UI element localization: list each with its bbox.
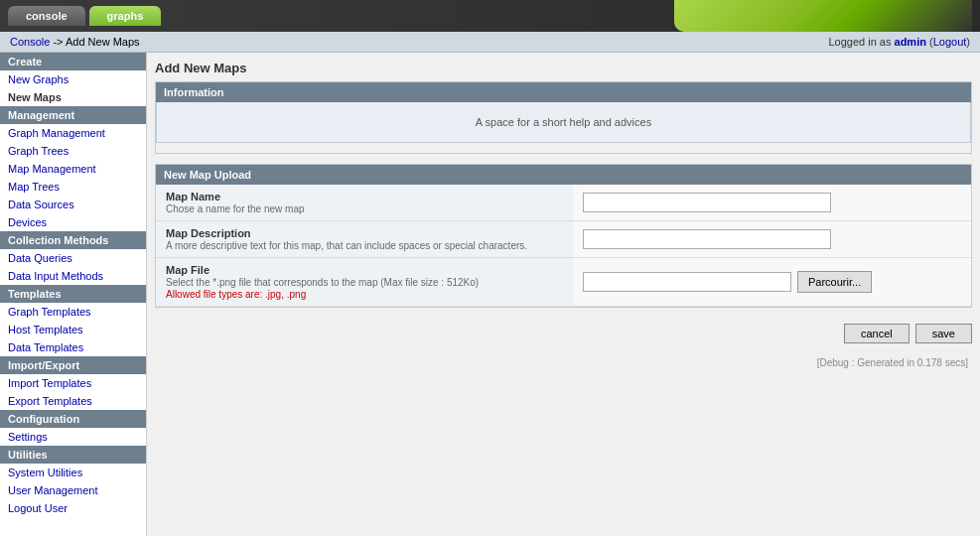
map-name-input-cell <box>573 185 971 221</box>
map-description-label: Map Description <box>166 227 563 239</box>
map-name-desc: Chose a name for the new map <box>166 203 305 214</box>
header-decoration <box>674 0 972 32</box>
sidebar-item-host-templates[interactable]: Host Templates <box>0 321 146 338</box>
header: console graphs <box>0 0 980 32</box>
breadcrumb-separator: -> <box>53 36 63 48</box>
collection-methods-section-header: Collection Methods <box>0 231 146 249</box>
logout-link[interactable]: Logout <box>933 36 967 48</box>
management-section-header: Management <box>0 106 146 124</box>
map-description-row: Map Description A more descriptive text … <box>156 221 971 258</box>
map-name-label: Map Name <box>166 191 563 202</box>
login-info: Logged in as admin (Logout) <box>828 36 970 48</box>
map-name-input[interactable] <box>583 193 831 212</box>
breadcrumb-bar: Console -> Add New Maps Logged in as adm… <box>0 32 980 53</box>
main-content: Add New Maps Information A space for a s… <box>147 53 980 536</box>
map-description-label-cell: Map Description A more descriptive text … <box>156 221 573 258</box>
sidebar-item-map-management[interactable]: Map Management <box>0 160 146 178</box>
sidebar: Create New Graphs New Maps Management Gr… <box>0 53 147 536</box>
page-title: Add New Maps <box>155 61 972 75</box>
map-name-row: Map Name Chose a name for the new map <box>156 185 971 221</box>
map-file-row: Map File Select the *.png file that corr… <box>156 258 971 307</box>
utilities-section-header: Utilities <box>0 446 146 464</box>
templates-section-header: Templates <box>0 285 146 303</box>
sidebar-item-data-sources[interactable]: Data Sources <box>0 196 146 213</box>
action-row: cancel save <box>155 318 972 349</box>
sidebar-item-new-maps[interactable]: New Maps <box>0 88 146 106</box>
map-description-input-cell <box>573 221 971 258</box>
sidebar-item-data-queries[interactable]: Data Queries <box>0 249 146 267</box>
info-box: A space for a short help and advices <box>156 102 971 143</box>
sidebar-item-user-management[interactable]: User Management <box>0 481 146 499</box>
map-file-label-cell: Map File Select the *.png file that corr… <box>156 258 573 307</box>
admin-link[interactable]: admin <box>895 36 926 48</box>
info-section-header: Information <box>156 82 971 102</box>
upload-section: New Map Upload Map Name Chose a name for… <box>155 164 972 308</box>
cancel-button[interactable]: cancel <box>844 324 910 343</box>
sidebar-item-graph-management[interactable]: Graph Management <box>0 124 146 142</box>
map-description-input[interactable] <box>583 229 831 249</box>
sidebar-item-new-graphs[interactable]: New Graphs <box>0 70 146 88</box>
console-tab[interactable]: console <box>8 6 85 26</box>
breadcrumb-console-link[interactable]: Console <box>10 36 50 48</box>
map-file-desc: Select the *.png file that corresponds t… <box>166 277 479 288</box>
login-text: Logged in as <box>828 36 891 48</box>
sidebar-item-map-trees[interactable]: Map Trees <box>0 178 146 196</box>
sidebar-item-graph-templates[interactable]: Graph Templates <box>0 303 146 321</box>
breadcrumb-current-label: Add New Maps <box>66 36 140 48</box>
sidebar-item-logout-user[interactable]: Logout User <box>0 499 146 517</box>
map-file-label: Map File <box>166 264 563 276</box>
sidebar-item-data-templates[interactable]: Data Templates <box>0 338 146 356</box>
sidebar-item-graph-trees[interactable]: Graph Trees <box>0 142 146 160</box>
create-section-header: Create <box>0 53 146 70</box>
sidebar-item-system-utilities[interactable]: System Utilities <box>0 464 146 481</box>
save-button[interactable]: save <box>915 324 972 343</box>
sidebar-item-import-templates[interactable]: Import Templates <box>0 374 146 392</box>
map-file-input-cell: Parcourir... <box>573 258 971 307</box>
sidebar-item-data-input-methods[interactable]: Data Input Methods <box>0 267 146 285</box>
breadcrumb: Console -> Add New Maps <box>10 36 140 48</box>
map-file-types: Allowed file types are: .jpg, .png <box>166 289 306 300</box>
debug-info: [Debug : Generated in 0.178 secs] <box>155 357 972 368</box>
graphs-tab[interactable]: graphs <box>89 6 162 26</box>
upload-form: Map Name Chose a name for the new map Ma… <box>156 185 971 307</box>
sidebar-item-export-templates[interactable]: Export Templates <box>0 392 146 410</box>
import-export-section-header: Import/Export <box>0 356 146 374</box>
map-name-label-cell: Map Name Chose a name for the new map <box>156 185 573 221</box>
sidebar-item-devices[interactable]: Devices <box>0 213 146 231</box>
browse-button[interactable]: Parcourir... <box>797 271 872 293</box>
layout: Create New Graphs New Maps Management Gr… <box>0 53 980 536</box>
map-description-desc: A more descriptive text for this map, th… <box>166 240 527 251</box>
upload-section-header: New Map Upload <box>156 165 971 185</box>
file-input-row: Parcourir... <box>583 271 961 293</box>
info-section: Information A space for a short help and… <box>155 81 972 154</box>
sidebar-item-settings[interactable]: Settings <box>0 428 146 446</box>
configuration-section-header: Configuration <box>0 410 146 428</box>
file-path-input[interactable] <box>583 272 791 292</box>
